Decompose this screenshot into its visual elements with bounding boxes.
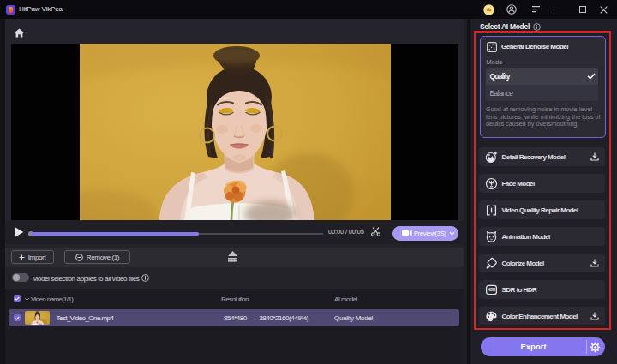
svg-text:HDR: HDR [488, 288, 496, 292]
